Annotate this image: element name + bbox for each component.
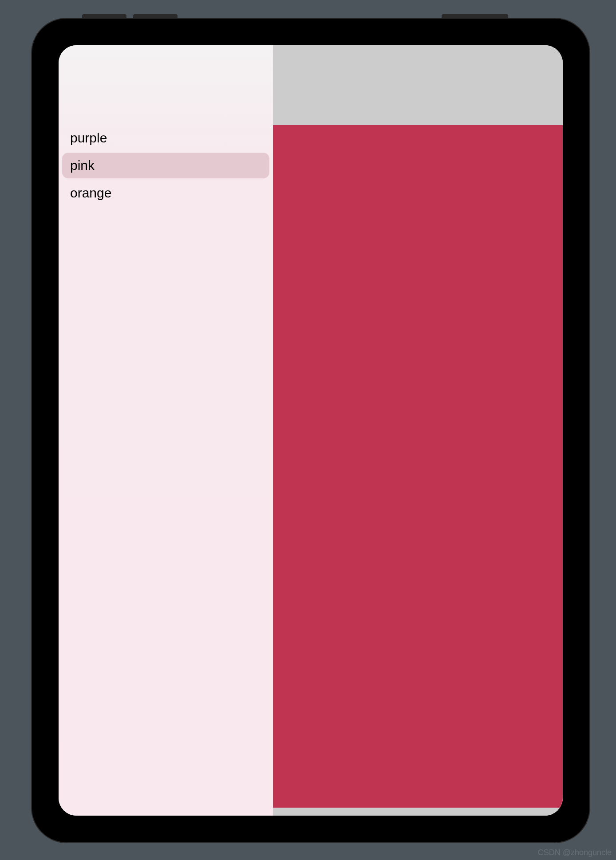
device-volume-down-button <box>133 14 178 18</box>
detail-home-indicator-area <box>273 808 563 816</box>
sidebar-item-pink[interactable]: pink <box>62 153 269 178</box>
sidebar-item-label: pink <box>70 158 95 173</box>
ipad-frame: purple pink orange <box>31 18 590 843</box>
sidebar-item-purple[interactable]: purple <box>62 125 269 151</box>
detail-header <box>273 45 563 125</box>
sidebar: purple pink orange <box>59 45 273 816</box>
detail-pane <box>273 45 563 816</box>
device-volume-up-button <box>82 14 126 18</box>
watermark-text: CSDN @zhonguncle <box>538 848 612 857</box>
sidebar-item-label: orange <box>70 185 111 200</box>
sidebar-item-orange[interactable]: orange <box>62 180 269 206</box>
sidebar-header <box>59 45 273 125</box>
sidebar-item-label: purple <box>70 130 107 145</box>
screen: purple pink orange <box>59 45 563 816</box>
sidebar-list: purple pink orange <box>59 125 273 208</box>
device-power-button <box>442 14 508 18</box>
detail-color-view <box>273 125 563 808</box>
